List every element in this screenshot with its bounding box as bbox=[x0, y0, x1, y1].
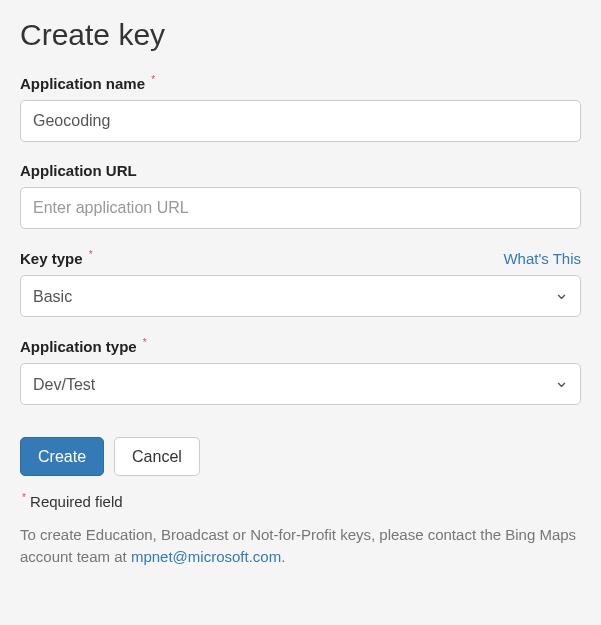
page-title: Create key bbox=[20, 18, 581, 52]
cancel-button[interactable]: Cancel bbox=[114, 437, 200, 476]
whats-this-link[interactable]: What's This bbox=[503, 250, 581, 267]
label-text: Application name bbox=[20, 75, 145, 92]
form-group-key-type: Key type * What's This Basic bbox=[20, 249, 581, 317]
required-asterisk-icon: * bbox=[151, 74, 155, 85]
application-url-label: Application URL bbox=[20, 162, 581, 179]
label-text: Application URL bbox=[20, 162, 137, 179]
application-url-input[interactable] bbox=[20, 187, 581, 229]
application-name-label: Application name * bbox=[20, 74, 581, 92]
info-suffix: . bbox=[281, 548, 285, 565]
required-asterisk-icon: * bbox=[89, 249, 93, 260]
info-prefix: To create Education, Broadcast or Not-fo… bbox=[20, 526, 576, 565]
info-text: To create Education, Broadcast or Not-fo… bbox=[20, 524, 581, 568]
contact-email-link[interactable]: mpnet@microsoft.com bbox=[131, 548, 281, 565]
required-field-note: * Required field bbox=[20, 492, 581, 510]
form-group-application-url: Application URL bbox=[20, 162, 581, 229]
form-group-application-type: Application type * Dev/Test bbox=[20, 337, 581, 405]
required-asterisk-icon: * bbox=[22, 492, 26, 503]
application-type-label: Application type * bbox=[20, 337, 581, 355]
key-type-label: Key type * bbox=[20, 249, 93, 267]
label-text: Application type bbox=[20, 338, 137, 355]
application-name-input[interactable] bbox=[20, 100, 581, 142]
required-asterisk-icon: * bbox=[143, 337, 147, 348]
label-text: Key type bbox=[20, 250, 83, 267]
button-row: Create Cancel bbox=[20, 437, 581, 476]
application-type-select[interactable]: Dev/Test bbox=[20, 363, 581, 405]
form-group-application-name: Application name * bbox=[20, 74, 581, 142]
create-button[interactable]: Create bbox=[20, 437, 104, 476]
key-type-select[interactable]: Basic bbox=[20, 275, 581, 317]
required-note-text: Required field bbox=[30, 493, 123, 510]
